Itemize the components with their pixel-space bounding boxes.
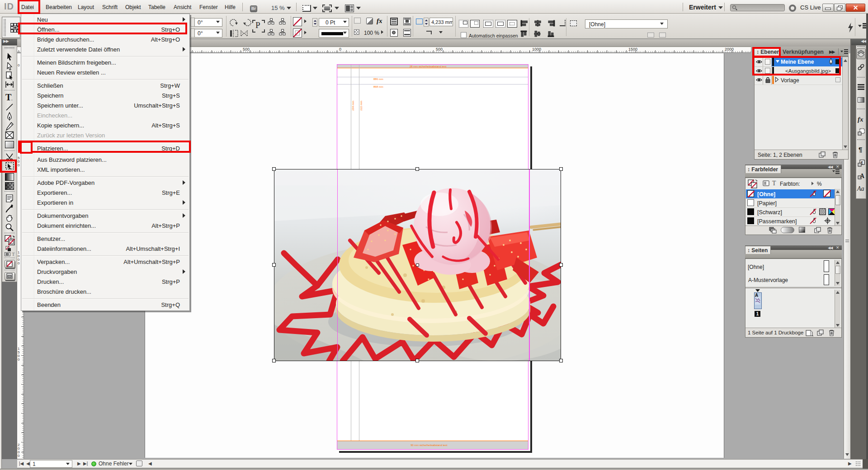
svg-text:¶: ¶ (861, 160, 863, 165)
svg-text:A: A (860, 173, 865, 179)
